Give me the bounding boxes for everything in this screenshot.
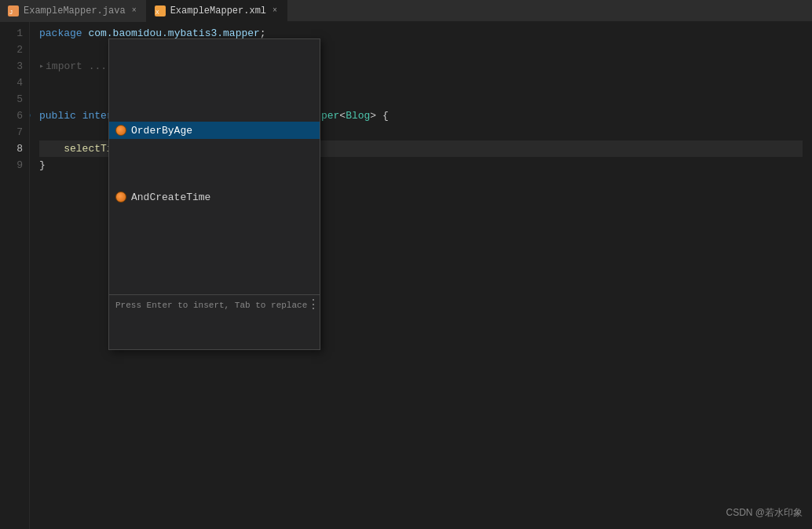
method-icon-2 [115, 192, 126, 202]
tab-xml-label: ExampleMapper.xml [170, 5, 266, 16]
type-blog: Blog [346, 108, 370, 124]
line-num-5: 5 [0, 91, 23, 108]
autocomplete-item-2[interactable]: AndCreateTime [109, 188, 320, 206]
autocomplete-list: OrderByAge AndCreateTime ById AndContent [109, 72, 320, 245]
import-statement: import ... [46, 58, 107, 75]
scrollbar-track[interactable] [803, 22, 812, 529]
space-5 [376, 108, 382, 124]
java-file-icon: J [8, 5, 19, 16]
method-icon-1 [115, 125, 126, 136]
autocomplete-item-1[interactable]: OrderByAge [109, 122, 320, 139]
indent-spaces [39, 140, 64, 157]
autocomplete-footer: Press Enter to insert, Tab to replace ⋮ [109, 294, 320, 316]
fold-icon-import[interactable]: ▸ [39, 58, 44, 75]
line-num-1: 1 [0, 25, 23, 42]
tab-xml-close[interactable]: × [271, 5, 279, 16]
brace-close: } [39, 157, 46, 173]
tab-xml[interactable]: X ExampleMapper.xml × [147, 0, 287, 22]
class-gutter-icon: I [30, 109, 31, 122]
kw-public: public [39, 108, 76, 124]
tab-bar: J ExampleMapper.java × X ExampleMapper.x… [0, 0, 812, 22]
line-num-9: 9 [0, 157, 23, 173]
line-num-6: 6 [0, 108, 23, 124]
autocomplete-label-1: OrderByAge [131, 122, 192, 139]
line-num-8: 8 [0, 140, 23, 157]
svg-text:J: J [9, 9, 13, 16]
tab-java[interactable]: J ExampleMapper.java × [0, 0, 147, 22]
tab-java-close[interactable]: × [130, 5, 138, 16]
space-1 [76, 108, 82, 124]
svg-text:X: X [155, 9, 159, 15]
line-num-7: 7 [0, 124, 23, 140]
code-editor[interactable]: package com.baomidou.mybatis3.mapper ; ▸… [30, 22, 803, 529]
kw-package: package [39, 25, 82, 42]
code-line-8: selectTitle OrderByAge AndCreateTime [39, 140, 803, 157]
autocomplete-dropdown: OrderByAge AndCreateTime ById AndContent [108, 38, 320, 350]
brace-open: { [382, 108, 389, 124]
autocomplete-more-button[interactable]: ⋮ [307, 297, 320, 314]
xml-file-icon: X [155, 5, 166, 16]
autocomplete-label-2: AndCreateTime [131, 189, 210, 206]
tab-java-label: ExampleMapper.java [24, 5, 126, 16]
angle-close: > [370, 108, 376, 124]
line-num-3: 3 [0, 58, 23, 75]
angle-open: < [339, 108, 346, 124]
editor-area: 1 2 3 4 5 6 7 8 9 package com.baomidou.m… [0, 22, 812, 529]
autocomplete-hint: Press Enter to insert, Tab to replace [115, 297, 307, 314]
line-num-2: 2 [0, 42, 23, 58]
line-numbers: 1 2 3 4 5 6 7 8 9 [0, 22, 30, 529]
line-num-4: 4 [0, 75, 23, 91]
watermark: CSDN @若水印象 [726, 506, 803, 520]
